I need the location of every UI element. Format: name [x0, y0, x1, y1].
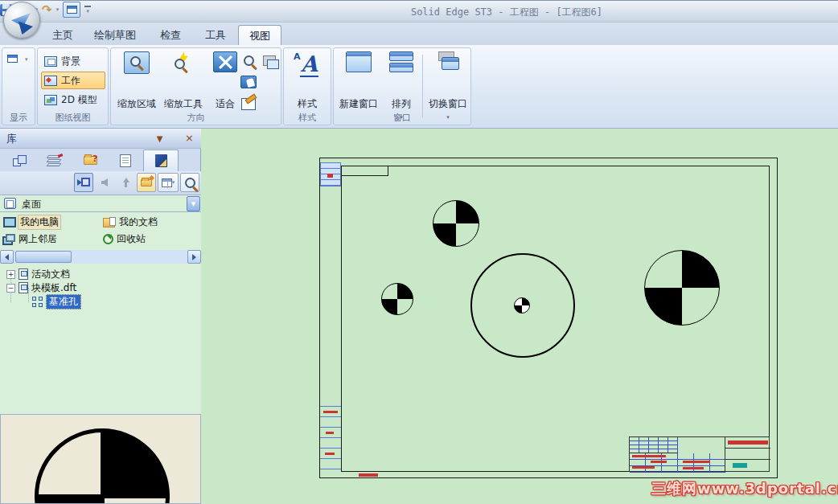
background-label: 背景: [61, 55, 80, 68]
refresh-view-button[interactable]: [240, 95, 257, 113]
title-block: [629, 436, 770, 472]
working-sheet-icon: [44, 76, 57, 86]
switch-window-icon: [435, 51, 461, 72]
address-dropdown-button[interactable]: ▼: [187, 196, 200, 211]
tab-inspect[interactable]: 检查: [150, 25, 191, 45]
up-level-button[interactable]: [116, 173, 135, 192]
list-item-network[interactable]: 网上邻居: [2, 232, 57, 246]
active-docs-label: 活动文档: [31, 268, 70, 281]
tab-view[interactable]: 视图: [238, 25, 281, 45]
group-sheet-view: 背景 工作 2D 模型 图纸视图: [37, 47, 109, 125]
zoom-area-button[interactable]: 缩放区域: [114, 51, 159, 111]
working-label: 工作: [61, 74, 80, 88]
datum-target-symbol[interactable]: [433, 200, 479, 247]
titleblock-text-mark: [651, 461, 667, 463]
network-icon: [2, 234, 15, 244]
back-button[interactable]: [95, 173, 114, 192]
expander-plus-icon[interactable]: +: [6, 270, 15, 279]
application-button[interactable]: [3, 2, 40, 39]
tab-select-blocks[interactable]: [2, 150, 37, 171]
close-icon[interactable]: ×: [183, 133, 195, 145]
tab-library[interactable]: [143, 150, 179, 171]
separator: [422, 55, 423, 117]
window-toggle-button[interactable]: [63, 2, 80, 18]
margin-mark: [326, 432, 334, 434]
search-icon: [185, 178, 195, 188]
pan-icon: [240, 76, 257, 88]
switch-window-button[interactable]: 切换窗口 ▾: [427, 51, 469, 121]
block-view-button[interactable]: [74, 173, 93, 192]
library-toolbar: ▾: [0, 171, 201, 195]
style-button[interactable]: A A 样式: [285, 51, 329, 111]
datum-target-symbol[interactable]: [514, 297, 530, 313]
zoom-tool-button[interactable]: 缩放工具: [161, 51, 206, 111]
window-title: Solid Edge ST3 - 工程图 - [工程图6]: [257, 6, 756, 19]
library-book-icon: [155, 154, 167, 167]
pan-button[interactable]: [240, 73, 257, 91]
tree-item-block-template[interactable]: − 块模板.dft: [6, 281, 76, 294]
tab-tools[interactable]: 工具: [195, 25, 236, 45]
refresh-view-icon: [241, 98, 256, 110]
left-arrow-icon: [5, 254, 9, 260]
model-2d-icon: [44, 95, 57, 105]
library-tree: + 活动文档 − 块模板.dft 基准孔: [0, 264, 201, 414]
new-folder-button[interactable]: [137, 173, 156, 192]
datum-target-symbol[interactable]: [644, 250, 720, 326]
recycle-bin-label: 回收站: [117, 232, 146, 246]
zoom-plus-icon: [244, 55, 254, 66]
address-value: 桌面: [22, 198, 41, 211]
titleblock-grid: [630, 437, 678, 453]
tree-item-active-docs[interactable]: + 活动文档: [6, 268, 70, 281]
previous-view-button[interactable]: [261, 51, 278, 69]
expander-minus-icon[interactable]: −: [6, 284, 15, 293]
zoom-plus-button[interactable]: [240, 51, 257, 69]
layers-icon: [47, 155, 62, 166]
tab-layers[interactable]: [37, 150, 72, 171]
datum-target-symbol[interactable]: [381, 283, 413, 315]
document-list-icon: [120, 154, 131, 167]
panel-menu-chevron-icon[interactable]: ▼: [154, 133, 166, 145]
group-style: A A 样式 样式: [283, 47, 331, 125]
titleblock-line: [725, 459, 770, 460]
background-button[interactable]: 背景: [41, 52, 105, 70]
new-window-icon: [346, 51, 372, 72]
address-bar[interactable]: 桌面 ▼: [0, 195, 201, 212]
ribbon: ▾ 显示 背景 工作 2D 模型 图纸视图 缩放区域: [0, 45, 838, 129]
working-button[interactable]: 工作: [41, 72, 105, 89]
arrange-button[interactable]: 排列 ▾: [384, 51, 419, 121]
redo-icon[interactable]: ↷: [42, 4, 52, 16]
model-2d-button[interactable]: 2D 模型: [41, 91, 105, 109]
margin-mark: [325, 453, 335, 455]
titleblock-text-mark: [683, 461, 710, 463]
scroll-right-button[interactable]: [187, 250, 201, 264]
my-documents-label: 我的文档: [119, 215, 158, 229]
customize-quick-access-button[interactable]: ▾: [84, 6, 91, 14]
new-window-button[interactable]: 新建窗口: [337, 51, 380, 111]
switch-window-label: 切换窗口: [427, 97, 469, 111]
scroll-left-button[interactable]: [0, 250, 14, 264]
list-item-my-computer[interactable]: 我的电脑: [2, 215, 61, 229]
fit-label: 适合: [209, 97, 241, 111]
drawing-canvas[interactable]: 三维网www.3dportal.cn: [201, 129, 838, 504]
horizontal-scrollbar[interactable]: [0, 250, 201, 264]
redo-dropdown-icon[interactable]: ▾: [56, 6, 60, 13]
titleblock-text-mark: [683, 467, 704, 469]
tab-sketch[interactable]: 绘制草图: [84, 25, 146, 45]
titleblock-text-mark: [632, 455, 666, 457]
fit-button[interactable]: 适合: [209, 51, 241, 111]
list-item-recycle-bin[interactable]: 回收站: [103, 232, 146, 246]
display-split-button[interactable]: [7, 55, 18, 63]
views-button[interactable]: ▾: [158, 173, 179, 192]
search-button[interactable]: [180, 173, 199, 192]
datum-hole-label: 基准孔: [46, 294, 81, 309]
list-item-my-documents[interactable]: 我的文档: [103, 215, 158, 229]
tab-help-folder[interactable]: ?: [72, 150, 108, 171]
tab-document-list[interactable]: [108, 150, 143, 171]
group-orientation: 缩放区域 缩放工具 适合: [110, 47, 281, 125]
scrollbar-thumb[interactable]: [15, 251, 72, 263]
chevron-down-icon[interactable]: ▾: [25, 56, 28, 63]
background-sheet-icon: [44, 56, 57, 67]
tab-home[interactable]: 主页: [42, 25, 84, 45]
sheet-margin-table-bottom: [320, 406, 341, 472]
tree-item-datum-hole[interactable]: 基准孔: [32, 295, 81, 308]
